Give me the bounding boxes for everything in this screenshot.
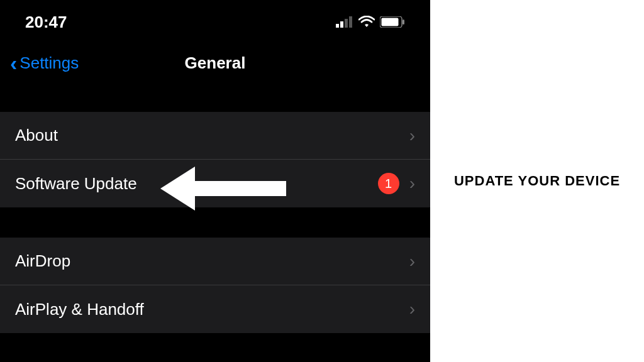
chevron-right-icon: › [409, 126, 415, 146]
annotation-text: UPDATE YOUR DEVICE [454, 173, 620, 189]
nav-bar: ‹ Settings General [0, 44, 430, 82]
cellular-signal-icon [336, 16, 353, 28]
svg-rect-0 [336, 24, 339, 28]
section-2: AirDrop › AirPlay & Handoff › [0, 238, 430, 333]
phone-screen: 20:47 [0, 0, 430, 362]
annotation-panel: UPDATE YOUR DEVICE [430, 0, 644, 362]
battery-icon [380, 16, 405, 28]
svg-rect-1 [340, 21, 343, 28]
row-label: About [15, 126, 409, 145]
row-about[interactable]: About › [0, 112, 430, 160]
chevron-right-icon: › [409, 173, 415, 194]
wifi-icon [358, 16, 375, 28]
back-button[interactable]: ‹ Settings [10, 52, 79, 74]
svg-rect-6 [402, 19, 404, 25]
status-icons [336, 16, 405, 28]
section-1: About › Software Update 1 › [0, 112, 430, 207]
chevron-right-icon: › [409, 251, 415, 272]
row-airplay-handoff[interactable]: AirPlay & Handoff › [0, 285, 430, 333]
section-spacer [0, 207, 430, 238]
status-bar: 20:47 [0, 0, 430, 44]
row-label: AirDrop [15, 251, 409, 271]
svg-rect-5 [382, 18, 399, 26]
chevron-right-icon: › [409, 299, 415, 319]
row-airdrop[interactable]: AirDrop › [0, 238, 430, 285]
notification-badge: 1 [378, 173, 399, 194]
row-label: AirPlay & Handoff [15, 300, 409, 319]
row-label: Software Update [15, 174, 378, 194]
row-software-update[interactable]: Software Update 1 › [0, 160, 430, 207]
svg-rect-2 [345, 19, 348, 28]
svg-rect-3 [349, 16, 352, 28]
section-spacer [0, 82, 430, 112]
status-time: 20:47 [25, 13, 67, 32]
chevron-left-icon: ‹ [10, 52, 17, 74]
nav-title: General [185, 53, 246, 73]
back-label: Settings [19, 53, 79, 73]
